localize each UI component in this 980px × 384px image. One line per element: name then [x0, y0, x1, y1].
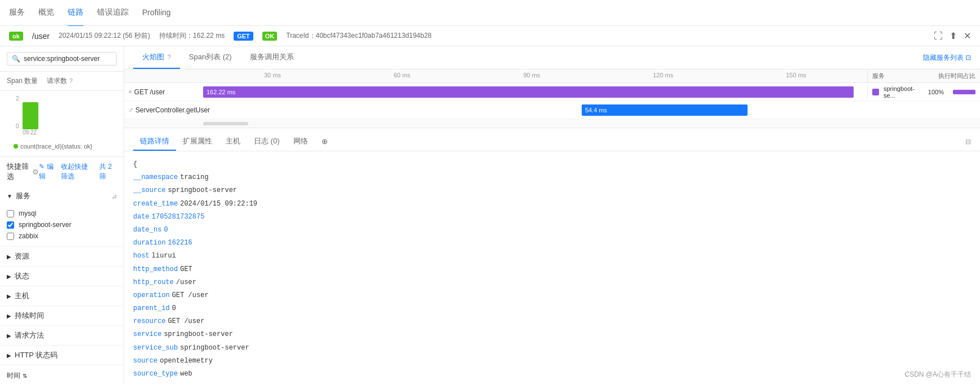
chevron-right-icon-2: ▶	[7, 273, 11, 280]
detail-content: { __namespace tracing __source springboo…	[124, 151, 980, 384]
tab-span-list[interactable]: Span列表 (2)	[180, 46, 241, 69]
http-status-filter-section: ▶ HTTP 状态码	[0, 346, 124, 365]
tab-network[interactable]: 网络	[287, 133, 315, 151]
chart-container: 2 0 09:22	[7, 95, 117, 141]
nav-profiling[interactable]: Profiling	[142, 0, 171, 26]
status-filter-header[interactable]: ▶ 状态	[0, 267, 124, 286]
nav-overview[interactable]: 概览	[38, 0, 54, 27]
flame-row-2[interactable]: ⤢ ServerController.getUser 54.4 ms	[124, 101, 980, 119]
service-filter-section: ▼ 服务 ⊿ mysql springboot-server zabbix	[0, 186, 124, 247]
search-area: 🔍	[0, 46, 124, 72]
mysql-checkbox[interactable]	[7, 210, 14, 217]
tab-flame[interactable]: 火焰图 ?	[133, 46, 180, 69]
duration-filter-section: ▶ 持续时间	[0, 306, 124, 326]
timeline-label-60: 60 ms	[394, 72, 411, 80]
span-list: 时间 ⇅ 01/15 09:22:9... 01/15 09:22:8...	[0, 365, 124, 384]
flame-row-1[interactable]: ≡ GET /user 162.22 ms springboot-se... 1…	[124, 83, 980, 101]
funnel-icon[interactable]: ⊿	[112, 193, 117, 200]
tab-add[interactable]: ⊕	[315, 134, 335, 150]
edit-icon: ✎	[39, 163, 45, 171]
json-field-source: __source springboot-server	[133, 184, 971, 197]
nav-trace[interactable]: 链路	[68, 0, 84, 27]
right-panel: 火焰图 ? Span列表 (2) 服务调用关系 隐藏服务列表 ⊡ 30 ms 6…	[124, 46, 980, 384]
search-box[interactable]: 🔍	[7, 52, 117, 66]
filter-option-zabbix[interactable]: zabbix	[7, 230, 117, 242]
legend-dot	[14, 144, 18, 149]
flame-bar-2: 54.4 ms	[582, 104, 748, 116]
request-method-filter-header[interactable]: ▶ 请求方法	[0, 326, 124, 345]
duration-filter-header[interactable]: ▶ 持续时间	[0, 306, 124, 325]
share-icon[interactable]: ⬆	[950, 30, 957, 41]
top-navigation: 服务 概览 链路 错误追踪 Profiling	[0, 0, 980, 26]
flame-row-2-track: 54.4 ms	[203, 104, 867, 116]
close-icon[interactable]: ✕	[964, 30, 971, 41]
chevron-right-icon-3: ▶	[7, 293, 11, 299]
host-filter-header[interactable]: ▶ 主机	[0, 286, 124, 306]
json-field-namespace: __namespace tracing	[133, 171, 971, 184]
quick-filter-header: 快捷筛选 ⚙ ✎ 编辑 收起快捷筛选 共 2 筛	[0, 157, 124, 186]
expand-icon[interactable]: ⛶	[934, 31, 943, 41]
tab-extend-attr[interactable]: 扩展属性	[176, 133, 219, 151]
chevron-down-icon: ▼	[7, 193, 12, 199]
quick-filter-settings-icon[interactable]: ⚙	[32, 168, 39, 176]
tab-host[interactable]: 主机	[219, 133, 247, 151]
edit-filter-btn[interactable]: ✎ 编辑	[39, 162, 56, 181]
main-tabs: 火焰图 ? Span列表 (2) 服务调用关系 隐藏服务列表 ⊡	[124, 46, 980, 69]
service-pct-header: 执行时间占比	[938, 72, 975, 80]
expand-row-1-icon: ≡	[129, 89, 132, 95]
service-filter-options: mysql springboot-server zabbix	[0, 206, 124, 246]
http-status-filter-header[interactable]: ▶ HTTP 状态码	[0, 346, 124, 365]
trace-id: TraceId：40bcf47343ec1f0ab7a461213d194b28	[286, 31, 432, 41]
add-tab-icon: ⊕	[322, 137, 328, 146]
chart-y-max: 2	[16, 95, 19, 102]
json-field-source-type: source_type web	[133, 368, 971, 381]
trace-title: /user	[32, 32, 50, 41]
service-col-header: 服务	[872, 72, 885, 80]
trace-header: ok /user 2024/01/15 09:22:12 (56 秒前) 持续时…	[0, 26, 980, 46]
request-count-label: 请求数	[47, 77, 67, 85]
hide-service-list-btn[interactable]: 隐藏服务列表 ⊡	[923, 53, 971, 63]
nav-error[interactable]: 错误追踪	[97, 0, 129, 27]
search-input[interactable]	[24, 55, 112, 63]
chevron-right-icon-4: ▶	[7, 313, 11, 319]
json-field-host: host liurui	[133, 250, 971, 263]
filter-option-mysql[interactable]: mysql	[7, 208, 117, 219]
service-color-dot-1	[872, 89, 879, 95]
filter-option-springboot[interactable]: springboot-server	[7, 219, 117, 230]
springboot-checkbox[interactable]	[7, 221, 14, 229]
tab-log[interactable]: 日志 (0)	[247, 133, 287, 151]
flame-info-icon: ?	[168, 54, 171, 60]
timeline-scrollbar[interactable]	[124, 119, 980, 128]
header-actions: ⛶ ⬆ ✕	[934, 30, 971, 41]
request-count: 请求数 ?	[47, 76, 72, 86]
sort-icon[interactable]: ⇅	[23, 373, 27, 379]
json-field-create-time: create_time 2024/01/15 09:22:19	[133, 198, 971, 211]
tab-service-call[interactable]: 服务调用关系	[241, 46, 303, 69]
flame-row-1-track: 162.22 ms	[203, 86, 867, 98]
tab-chain-detail[interactable]: 链路详情	[133, 133, 176, 151]
chart-bar	[23, 102, 38, 129]
status-filter-section: ▶ 状态	[0, 267, 124, 286]
timeline-label-150: 150 ms	[786, 72, 806, 80]
trace-duration: 持续时间：162.22 ms	[159, 31, 225, 41]
zabbix-checkbox[interactable]	[7, 233, 14, 240]
collapse-filter-btn[interactable]: 收起快捷筛选	[61, 162, 95, 181]
host-filter-section: ▶ 主机	[0, 286, 124, 306]
timeline-label-120: 120 ms	[653, 72, 673, 80]
request-count-help: ?	[69, 77, 73, 84]
scrollbar-thumb[interactable]	[203, 122, 248, 125]
nav-service[interactable]: 服务	[9, 0, 25, 27]
flame-bar-1: 162.22 ms	[203, 86, 854, 98]
search-icon: 🔍	[12, 55, 20, 63]
ok-status-badge: OK	[262, 32, 278, 41]
resource-filter-title: ▶ 资源	[7, 251, 29, 261]
detail-filter-btn[interactable]: ⊟	[965, 138, 971, 146]
chevron-right-icon-5: ▶	[7, 333, 11, 339]
resource-filter-section: ▶ 资源	[0, 247, 124, 267]
chart-y-min: 0	[16, 123, 19, 129]
resource-filter-header[interactable]: ▶ 资源	[0, 247, 124, 266]
flame-row-1-label: ≡ GET /user	[124, 88, 203, 96]
chart-x-label: 09:22	[7, 129, 117, 136]
json-field-service: service springboot-server	[133, 328, 971, 341]
service-filter-header[interactable]: ▼ 服务 ⊿	[0, 186, 124, 206]
